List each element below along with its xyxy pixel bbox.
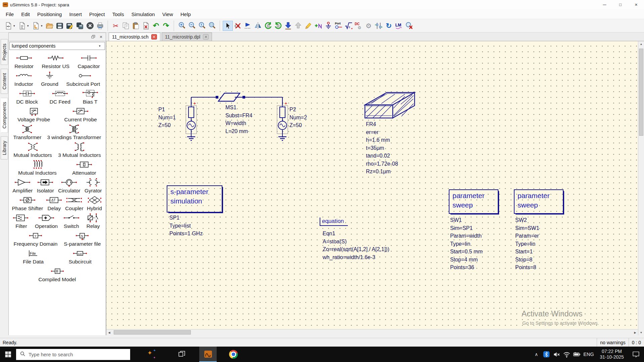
palette-item-resistor-us[interactable]: Resistor US [42, 53, 69, 70]
palette-item-gyrator[interactable]: Gyrator [85, 178, 102, 194]
taskbar-search-box[interactable]: Type here to search [16, 349, 130, 360]
p1-properties[interactable]: P1Num=1Z=50 [158, 106, 176, 129]
palette-item-resistor[interactable]: Resistor [14, 53, 34, 70]
menu-simulation[interactable]: Simulation [128, 9, 159, 19]
fr4-symbol[interactable] [365, 93, 415, 118]
taskbar-clock[interactable]: 07:22 PM31-10-2025 [596, 349, 628, 360]
palette-item-dc-block[interactable]: DC Block [16, 89, 38, 105]
vertical-scroll-thumb[interactable] [639, 49, 643, 136]
zoom-in-button[interactable] [177, 21, 187, 31]
menu-project[interactable]: Project [86, 9, 109, 19]
schematic-canvas[interactable]: + + [106, 41, 638, 335]
chevron-up-icon[interactable]: ∧ [531, 347, 541, 362]
palette-item-filter[interactable]: Filter [13, 213, 29, 230]
new-text-button[interactable] [31, 21, 41, 31]
scroll-left-icon[interactable]: ◀ [106, 330, 112, 335]
palette-item-dc-feed[interactable]: DC Feed [50, 89, 70, 105]
palette-item-delay[interactable]: ΔTDelay [46, 195, 62, 212]
tab-11_microstrip.dpl[interactable]: 11_microstrip.dpl✕ [162, 33, 212, 41]
insert-port-button[interactable]: Port [333, 21, 343, 31]
tab-11_microstrip.sch[interactable]: 11_microstrip.sch✕ [109, 33, 160, 41]
menu-file[interactable]: File [2, 9, 17, 19]
close-button[interactable]: × [628, 0, 644, 9]
palette-item-mutual-inductors[interactable]: Mutual Inductors [13, 142, 52, 159]
sim-sliders-button[interactable] [374, 21, 384, 31]
sw2-properties[interactable]: SW2Sim=SW1Param=erType=linStart=1Stop=8P… [515, 216, 539, 272]
palette-item-3-mutual-inductors[interactable]: 3 Mutual Inductors [58, 142, 101, 159]
scroll-up-icon[interactable]: ▲ [638, 41, 644, 47]
task-view-icon[interactable] [174, 347, 190, 362]
menu-view[interactable]: View [159, 9, 177, 19]
horizontal-scroll-thumb[interactable] [114, 330, 191, 335]
save-as-button[interactable] [65, 21, 75, 31]
new-text-document-button[interactable] [17, 21, 27, 31]
palette-item-coupler[interactable]: Coupler [65, 195, 83, 212]
insert-ground-button[interactable] [323, 21, 333, 31]
battery-icon[interactable] [572, 347, 582, 362]
taskbar-chrome-app[interactable] [225, 347, 242, 362]
zoom-actual-button[interactable] [197, 21, 207, 31]
paste-button[interactable] [131, 21, 141, 31]
print-button[interactable] [95, 21, 105, 31]
palette-item-circulator[interactable]: Circulator [58, 178, 80, 194]
palette-item-subcircuit-port[interactable]: Subcircuit Port [66, 71, 100, 87]
notification-icon[interactable] [628, 347, 644, 362]
select-button[interactable] [223, 21, 233, 31]
palette-item-capacitor[interactable]: Capacitor [77, 53, 100, 70]
scroll-down-icon[interactable]: ▼ [638, 330, 644, 335]
palette-item-relay[interactable]: Relay [85, 213, 101, 230]
menu-insert[interactable]: Insert [65, 9, 86, 19]
matching-button[interactable]: LM [394, 21, 404, 31]
insert-equation-button[interactable]: π [343, 21, 354, 31]
sidebar-tab-projects[interactable]: Projects [1, 39, 8, 65]
palette-item-compiled-model[interactable]: Compiled Model [39, 266, 76, 283]
sp1-properties[interactable]: SP1Type=listPoints=1 GHz [169, 214, 203, 238]
cut-button[interactable]: ✂ [111, 21, 121, 31]
dock-float-icon[interactable] [90, 34, 96, 40]
palette-item-isolator[interactable]: Isolator [37, 178, 54, 194]
insert-port-name-button[interactable] [313, 21, 323, 31]
volume-muted-icon[interactable] [551, 347, 561, 362]
edit-pencil-button[interactable] [303, 21, 313, 31]
save-all-button[interactable] [75, 21, 85, 31]
palette-item-amplifier[interactable]: Amplifier [12, 178, 33, 194]
zoom-fit-button[interactable] [207, 21, 217, 31]
s-parameter-simulation-box[interactable]: s-parameter simulation [167, 185, 222, 213]
simulate-gear-button[interactable]: ⚙ [364, 21, 374, 31]
copy-button[interactable] [121, 21, 131, 31]
component-category-dropdown[interactable]: lumped components ▾ [9, 42, 105, 50]
palette-item-current-probe[interactable]: Current Probe [64, 107, 97, 123]
palette-item-file-data[interactable]: FileFile Data [23, 249, 44, 265]
menu-tools[interactable]: Tools [109, 9, 128, 19]
palette-item-bias-t[interactable]: Bias T [82, 89, 98, 105]
palette-item-3-windings-transformer[interactable]: 3 windings Transformer [47, 124, 101, 141]
sidebar-tab-library[interactable]: Library [1, 136, 8, 160]
zoom-clear-button[interactable] [404, 21, 414, 31]
rotate-cw-button[interactable] [273, 21, 283, 31]
p2-properties[interactable]: P2Num=2Z=50 [289, 106, 307, 129]
palette-item-subcircuit[interactable]: subSubcircuit [69, 249, 92, 265]
palette-item-mutual-inductors[interactable]: Mutual Inductors [18, 160, 57, 176]
scroll-right-icon[interactable]: ▶ [632, 330, 638, 335]
new-schematic-button[interactable] [3, 21, 13, 31]
refresh-button[interactable]: ↻ [384, 21, 394, 31]
palette-item-attenuator[interactable]: Attenuator [72, 160, 96, 176]
wire-label-button[interactable] [243, 21, 253, 31]
rotate-ccw-button[interactable] [263, 21, 273, 31]
fr4-properties[interactable]: FR4er=erh=1.6 mmt=35µmtand=0.02rho=1.72e… [366, 120, 398, 176]
menu-edit[interactable]: Edit [17, 9, 34, 19]
zoom-out-button[interactable] [187, 21, 197, 31]
copilot-icon[interactable]: ✦ ✦ ✦ [144, 347, 160, 362]
undo-button[interactable]: ↶ [151, 21, 161, 31]
language-indicator[interactable]: ENG [582, 352, 596, 357]
tab-close-icon[interactable]: ✕ [203, 34, 209, 40]
menu-help[interactable]: Help [177, 9, 195, 19]
open-file-button[interactable] [45, 21, 55, 31]
parameter-sweep1-box[interactable]: parameter sweep [449, 189, 498, 214]
tab-close-icon[interactable]: ✕ [151, 34, 157, 40]
minimize-button[interactable]: ─ [597, 0, 612, 9]
dc-simulation-button[interactable]: DC⚙ [354, 21, 364, 31]
dock-close-icon[interactable]: ✕ [98, 34, 104, 40]
deactivate-button[interactable] [233, 21, 243, 31]
sidebar-tab-components[interactable]: Components [1, 98, 8, 133]
